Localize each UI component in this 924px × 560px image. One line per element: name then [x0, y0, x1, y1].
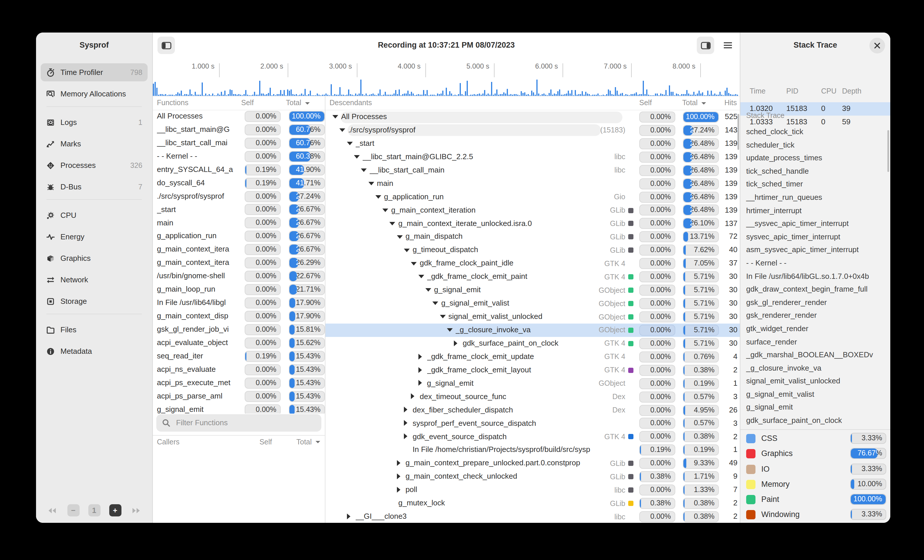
descendant-row[interactable]: g_main_context_iterationGLib0.00%26.48%2…: [326, 204, 740, 217]
function-row[interactable]: - - Kernel - -0.00%60.38%60.38%: [153, 150, 325, 163]
function-row[interactable]: acpi_ps_execute_met0.00%15.43%15.43%: [153, 376, 325, 390]
expand-arrow-icon[interactable]: [418, 353, 422, 359]
menu-button[interactable]: [719, 37, 736, 54]
category-row[interactable]: IO3.33%3.33%: [740, 461, 890, 477]
stack-frame[interactable]: surface_render: [740, 335, 890, 349]
stack-frame[interactable]: gsk_gl_renderer_render: [740, 296, 890, 309]
collapse-arrow-icon[interactable]: [440, 315, 446, 319]
category-row[interactable]: Paint100.00%100.00%: [740, 492, 890, 508]
stack-frame[interactable]: g_signal_emit: [740, 401, 890, 414]
stack-frame[interactable]: sysvec_apic_timer_interrupt: [740, 231, 890, 244]
collapse-arrow-icon[interactable]: [418, 275, 424, 279]
sidebar-item-files[interactable]: Files: [40, 320, 148, 339]
stack-frame[interactable]: __hrtimer_run_queues: [740, 191, 890, 204]
timeline-ruler[interactable]: 1.000 s2.000 s3.000 s4.000 s5.000 s6.000…: [153, 58, 740, 77]
toggle-right-panel-button[interactable]: [697, 37, 714, 54]
descendant-row[interactable]: g_mutex_lockGLib0.38%0.38%0.38%0.38%2: [326, 497, 740, 510]
collapse-arrow-icon[interactable]: [432, 302, 438, 305]
category-row[interactable]: Graphics76.67%76.67%: [740, 446, 890, 462]
total-column-label[interactable]: Total: [286, 99, 310, 107]
sidebar-item-marks[interactable]: Marks: [40, 135, 148, 153]
function-row[interactable]: In File /usr/lib64/libgl0.00%17.90%17.90…: [153, 296, 325, 310]
zoom-out-button[interactable]: −: [67, 504, 80, 517]
stack-frame[interactable]: sched_clock_tick: [740, 126, 890, 139]
descendant-row[interactable]: sysprof_perf_event_source_dispatch0.00%0…: [326, 417, 740, 430]
expand-arrow-icon[interactable]: [404, 433, 407, 439]
function-row[interactable]: /usr/bin/gnome-shell0.00%22.67%22.67%: [153, 270, 325, 283]
descendant-row[interactable]: __libc_start_call_mainlibc0.00%26.48%26.…: [326, 164, 740, 177]
descendant-row[interactable]: _start0.00%26.48%26.48%139: [326, 137, 740, 150]
function-row[interactable]: __libc_start_call_mai0.00%60.76%60.76%: [153, 136, 325, 150]
filter-functions-field[interactable]: [156, 414, 321, 431]
descendant-row[interactable]: dex_fiber_scheduler_dispatchDex0.00%4.95…: [326, 403, 740, 417]
expand-arrow-icon[interactable]: [418, 367, 422, 373]
close-panel-button[interactable]: [869, 37, 885, 53]
descendants-column-label[interactable]: Descendants: [330, 99, 372, 107]
descendant-row[interactable]: All Processes0.00%100.00%100.00%525: [326, 110, 740, 124]
function-row[interactable]: entry_SYSCALL_64_a0.19%0.19%41.90%41.90%: [153, 163, 325, 177]
descendant-row[interactable]: g_timeout_dispatchGLib0.00%7.62%7.62%40: [326, 244, 740, 257]
descendant-row[interactable]: g_main_context_iterate_unlocked.isra.0GL…: [326, 217, 740, 230]
descendant-row[interactable]: In File /home/christian/Projects/sysprof…: [326, 443, 740, 457]
descendant-row[interactable]: _gdk_frame_clock_emit_paintGTK 40.00%5.7…: [326, 270, 740, 284]
function-row[interactable]: g_application_run0.00%26.67%26.67%: [153, 230, 325, 243]
descendant-row[interactable]: g_main_dispatchGLib0.00%13.71%13.71%72: [326, 230, 740, 244]
stack-frame[interactable]: update_process_times: [740, 151, 890, 165]
expand-arrow-icon[interactable]: [397, 460, 400, 466]
toggle-left-sidebar-button[interactable]: [158, 37, 175, 54]
stack-frame[interactable]: gdk_surface_paint_on_clock: [740, 414, 890, 427]
descendants-scrollbar[interactable]: [738, 114, 739, 150]
sidebar-item-time-profiler[interactable]: Time Profiler798: [40, 63, 148, 81]
collapse-arrow-icon[interactable]: [397, 235, 402, 238]
descendant-row[interactable]: ./src/sysprof/sysprof(15183)0.00%27.24%2…: [326, 124, 740, 137]
descendant-row[interactable]: g_signal_emit_valistGObject0.00%5.71%5.7…: [326, 297, 740, 310]
descendant-row[interactable]: g_signal_emitGObject0.00%0.19%0.19%1: [326, 377, 740, 390]
collapse-arrow-icon[interactable]: [340, 129, 345, 132]
stack-frame[interactable]: - - Kernel - -: [740, 257, 890, 270]
callers-total-label[interactable]: Total: [296, 438, 321, 446]
sidebar-item-logs[interactable]: Logs1: [40, 113, 148, 131]
stack-frame[interactable]: In File /usr/lib64/libGL.so.1.7.0+0x4b: [740, 270, 890, 283]
stack-frame[interactable]: gdk_draw_context_begin_frame_full: [740, 283, 890, 296]
page-number-button[interactable]: 1: [88, 504, 100, 517]
descendant-row[interactable]: __GI___clone3libc0.00%0.38%0.38%2: [326, 510, 740, 523]
collapse-arrow-icon[interactable]: [361, 168, 367, 172]
filter-functions-input[interactable]: [175, 418, 294, 428]
function-row[interactable]: _start0.00%26.67%26.67%: [153, 203, 325, 216]
expand-arrow-icon[interactable]: [454, 340, 458, 346]
descendant-row[interactable]: gdk_frame_clock_paint_idleGTK 40.00%7.05…: [326, 257, 740, 270]
expand-arrow-icon[interactable]: [411, 394, 415, 399]
callers-self-label[interactable]: Self: [252, 438, 272, 446]
expand-arrow-icon[interactable]: [404, 407, 407, 413]
sidebar-item-d-bus[interactable]: D-Bus7: [40, 178, 148, 196]
stack-frame[interactable]: signal_emit_valist_unlocked: [740, 375, 890, 388]
functions-column-label[interactable]: Functions: [157, 99, 188, 107]
expand-arrow-icon[interactable]: [397, 473, 400, 479]
category-row[interactable]: Memory10.00%10.00%: [740, 477, 890, 492]
descendant-row[interactable]: __libc_start_main@GLIBC_2.2.5libc0.00%26…: [326, 150, 740, 164]
descendant-row[interactable]: polllibc0.00%1.33%1.33%7: [326, 484, 740, 497]
function-row[interactable]: ./src/sysprof/sysprof0.00%27.24%27.24%: [153, 190, 325, 203]
sidebar-item-network[interactable]: Network: [40, 271, 148, 289]
function-row[interactable]: do_syscall_640.19%0.19%41.71%41.71%: [153, 176, 325, 190]
stack-frame[interactable]: tick_sched_handle: [740, 165, 890, 178]
descendant-row[interactable]: gdk_surface_paint_on_clockGTK 40.00%5.71…: [326, 337, 740, 350]
collapse-arrow-icon[interactable]: [354, 155, 360, 159]
stack-frame[interactable]: tick_sched_timer: [740, 178, 890, 191]
expand-arrow-icon[interactable]: [418, 380, 422, 386]
function-row[interactable]: acpi_evaluate_object0.00%15.62%15.62%: [153, 336, 325, 350]
self-column-label[interactable]: Self: [241, 99, 254, 107]
descendant-row[interactable]: main0.00%26.48%26.48%139: [326, 177, 740, 190]
zoom-in-button[interactable]: +: [109, 504, 121, 517]
descendants-hits-label[interactable]: Hits: [708, 99, 737, 107]
function-row[interactable]: acpi_ns_evaluate0.00%15.43%15.43%: [153, 363, 325, 376]
function-row[interactable]: gsk_gl_render_job_vi0.00%15.81%15.81%: [153, 323, 325, 336]
collapse-arrow-icon[interactable]: [404, 249, 410, 252]
category-row[interactable]: CSS3.33%3.33%: [740, 431, 890, 446]
descendant-row[interactable]: _gdk_frame_clock_emit_layoutGTK 40.00%0.…: [326, 364, 740, 377]
stack-frames-scrollbar[interactable]: [887, 130, 889, 172]
descendants-self-label[interactable]: Self: [639, 99, 652, 107]
cpu-activity-sparkline[interactable]: [153, 77, 740, 96]
expand-arrow-icon[interactable]: [397, 487, 400, 493]
function-row[interactable]: g_main_context_disp0.00%17.90%17.90%: [153, 310, 325, 323]
